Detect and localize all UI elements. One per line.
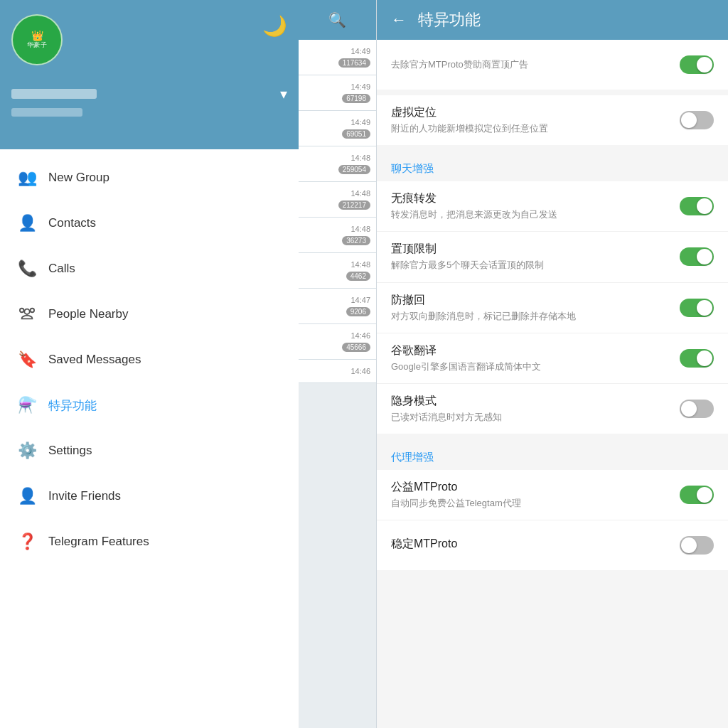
- invite-friends-label: Invite Friends: [48, 489, 121, 503]
- settings-item-title: 隐身模式: [391, 394, 680, 409]
- settings-item: 虚拟定位 附近的人功能新增模拟定位到任意位置: [377, 95, 728, 145]
- settings-item-desc: 解除官方最多5个聊天会话置顶的限制: [391, 259, 680, 272]
- sidebar-item-special-features[interactable]: ⚗️ 特异功能: [0, 382, 299, 428]
- chat-list: 14:49 117634 14:49 67198 14:49 69051 14:…: [299, 40, 376, 728]
- settings-item-title: 置顶限制: [391, 242, 680, 257]
- header-top: 👑 华豪子 🌙: [11, 14, 287, 65]
- settings-item-title: 虚拟定位: [391, 105, 680, 120]
- settings-item: 无痕转发 转发消息时，把消息来源更改为自己发送: [377, 181, 728, 232]
- calls-label: Calls: [48, 262, 75, 276]
- sidebar-item-invite-friends[interactable]: 👤 Invite Friends: [0, 473, 299, 519]
- chevron-down-icon[interactable]: ▾: [280, 85, 287, 102]
- chat-list-item[interactable]: 14:49 67198: [299, 75, 376, 111]
- chat-time: 14:46: [350, 367, 370, 375]
- toggle-公益MTProto[interactable]: [680, 486, 714, 504]
- chat-time: 14:48: [350, 189, 370, 198]
- chat-time: 14:48: [350, 260, 370, 269]
- settings-item-title: 防撤回: [391, 293, 680, 308]
- chat-list-item[interactable]: 14:47 9206: [299, 289, 376, 324]
- user-info: ▾: [11, 85, 287, 117]
- settings-item: 隐身模式 已读对话消息时对方无感知: [377, 384, 728, 434]
- nav-menu: 👥 New Group 👤 Contacts 📞 Calls People Ne…: [0, 149, 299, 728]
- chat-list-item[interactable]: 14:49 69051: [299, 111, 376, 146]
- settings-icon: ⚙️: [14, 438, 40, 464]
- chat-time: 14:48: [350, 154, 370, 162]
- settings-section-chat-enhance: 无痕转发 转发消息时，把消息来源更改为自己发送 置顶限制 解除官方最多5个聊天会…: [377, 181, 728, 434]
- toggle-虚拟定位[interactable]: [680, 111, 714, 129]
- svg-point-2: [20, 309, 24, 313]
- chat-badge: 259054: [338, 165, 370, 174]
- user-phone-placeholder: [11, 108, 82, 117]
- back-button[interactable]: ←: [391, 11, 407, 29]
- section-header-chat-enhance: 聊天增强: [377, 151, 728, 181]
- right-panel: ← 特异功能 去除官方MTProto赞助商置顶广告 虚拟定位 附近的人功能新增模…: [377, 0, 728, 728]
- saved-messages-icon: 🔖: [14, 347, 40, 373]
- sidebar-item-saved-messages[interactable]: 🔖 Saved Messages: [0, 337, 299, 382]
- settings-item-desc: 已读对话消息时对方无感知: [391, 411, 680, 424]
- sidebar-item-settings[interactable]: ⚙️ Settings: [0, 428, 299, 473]
- search-icon[interactable]: 🔍: [328, 11, 346, 28]
- avatar[interactable]: 👑 华豪子: [11, 14, 63, 65]
- sidebar-item-new-group[interactable]: 👥 New Group: [0, 155, 299, 200]
- toggle-稳定MTProto[interactable]: [680, 536, 714, 555]
- toggle-top[interactable]: [680, 55, 714, 74]
- new-group-icon: 👥: [14, 165, 40, 191]
- sidebar-item-calls[interactable]: 📞 Calls: [0, 246, 299, 291]
- chat-time: 14:49: [350, 118, 370, 127]
- toggle-防撤回[interactable]: [680, 299, 714, 317]
- settings-label: Settings: [48, 444, 92, 458]
- sidebar-item-people-nearby[interactable]: People Nearby: [0, 291, 299, 337]
- moon-icon[interactable]: 🌙: [262, 14, 287, 38]
- chat-badge: 9206: [346, 307, 370, 316]
- new-group-label: New Group: [48, 171, 109, 185]
- chat-list-item[interactable]: 14:46 45666: [299, 324, 376, 360]
- people-nearby-icon: [14, 301, 40, 327]
- page-title: 特异功能: [418, 9, 481, 31]
- chat-list-item[interactable]: 14:49 117634: [299, 40, 376, 75]
- telegram-features-icon: ❓: [14, 529, 40, 555]
- avatar-crown-icon: 👑: [31, 31, 43, 41]
- left-panel: 👑 华豪子 🌙 ▾ 👥 New Group 👤 Contacts 📞 Calls…: [0, 0, 299, 728]
- contacts-label: Contacts: [48, 216, 96, 230]
- toggle-无痕转发[interactable]: [680, 197, 714, 215]
- toggle-隐身模式[interactable]: [680, 400, 714, 418]
- chat-list-item[interactable]: 14:48 4462: [299, 253, 376, 289]
- chat-time: 14:48: [350, 225, 370, 233]
- calls-icon: 📞: [14, 256, 40, 282]
- special-features-icon: ⚗️: [14, 392, 40, 418]
- chat-list-item[interactable]: 14:46: [299, 360, 376, 383]
- right-header: ← 特异功能: [377, 0, 728, 40]
- chat-badge: 117634: [338, 58, 370, 68]
- sidebar-item-telegram-features[interactable]: ❓ Telegram Features: [0, 519, 299, 564]
- settings-item-desc: 对方双向删除消息时，标记已删除并存储本地: [391, 310, 680, 323]
- chat-list-item[interactable]: 14:48 36273: [299, 218, 376, 253]
- contacts-icon: 👤: [14, 210, 40, 236]
- settings-item-top: 去除官方MTProto赞助商置顶广告: [377, 40, 728, 90]
- chat-list-item[interactable]: 14:48 212217: [299, 182, 376, 218]
- chat-time: 14:47: [350, 296, 370, 304]
- chat-badge: 212217: [338, 200, 370, 210]
- chat-time: 14:49: [350, 47, 370, 55]
- left-header: 👑 华豪子 🌙 ▾: [0, 0, 299, 149]
- chat-list-item[interactable]: 14:48 259054: [299, 146, 376, 182]
- settings-item-top-desc: 去除官方MTProto赞助商置顶广告: [391, 58, 680, 71]
- settings-item-desc: 自动同步免费公益Telegtam代理: [391, 497, 680, 510]
- special-features-label: 特异功能: [48, 397, 97, 414]
- chat-badge: 69051: [342, 129, 370, 139]
- chat-badge: 36273: [342, 236, 370, 245]
- settings-content: 去除官方MTProto赞助商置顶广告 虚拟定位 附近的人功能新增模拟定位到任意位…: [377, 40, 728, 728]
- sidebar-item-contacts[interactable]: 👤 Contacts: [0, 200, 299, 246]
- settings-item-title: 稳定MTProto: [391, 537, 680, 552]
- settings-item-title: 公益MTProto: [391, 480, 680, 495]
- chat-time: 14:46: [350, 331, 370, 340]
- invite-friends-icon: 👤: [14, 483, 40, 509]
- toggle-置顶限制[interactable]: [680, 247, 714, 266]
- people-nearby-label: People Nearby: [48, 307, 128, 321]
- settings-section-proxy-enhance: 公益MTProto 自动同步免费公益Telegtam代理 稳定MTProto: [377, 470, 728, 570]
- avatar-text: 华豪子: [27, 42, 48, 49]
- settings-item-desc: 附近的人功能新增模拟定位到任意位置: [391, 122, 680, 135]
- settings-item-title: 无痕转发: [391, 191, 680, 206]
- telegram-features-label: Telegram Features: [48, 535, 149, 549]
- svg-point-1: [31, 309, 35, 313]
- toggle-谷歌翻译[interactable]: [680, 349, 714, 368]
